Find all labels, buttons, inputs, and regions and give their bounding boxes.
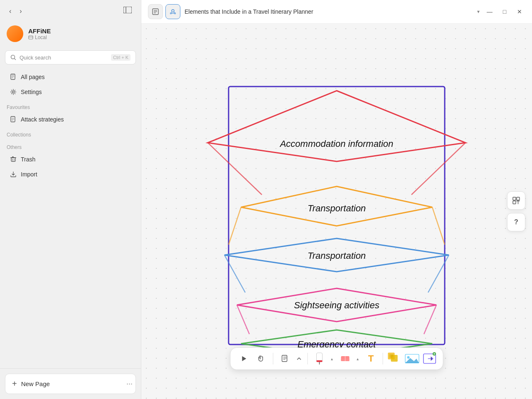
settings-icon [10,89,17,95]
title-chevron-icon[interactable]: ▾ [477,9,480,15]
new-page-button[interactable]: + New Page [5,374,136,394]
sidebar: ‹ › AFFiNE Local [0,0,141,399]
search-shortcut: Ctrl + K [111,54,131,61]
page-tool-button[interactable] [278,351,293,366]
template-tool-button[interactable] [422,351,437,366]
import-label: Import [21,171,37,178]
import-icon [10,171,17,178]
document-title: Elements that Include in a Travel Itiner… [185,8,473,15]
sidebar-more-button[interactable]: ··· [126,379,133,388]
window-controls: — □ ✕ [484,6,525,17]
svg-rect-74 [513,201,516,204]
toolbar-separator-1 [273,353,273,364]
user-workspace: Local [28,35,51,40]
svg-rect-9 [12,77,13,78]
svg-line-28 [174,12,175,13]
svg-marker-30 [208,91,466,161]
minimize-button[interactable]: — [484,6,495,17]
svg-marker-49 [242,356,246,361]
doc-mode-button[interactable] [148,4,163,19]
svg-line-32 [208,143,262,195]
grid-icon [512,196,520,205]
new-page-plus-icon: + [12,379,17,389]
bottom-toolbar: ▴ ▴ T [230,347,443,370]
grid-button[interactable] [507,191,525,210]
search-placeholder: Quick search [20,55,108,61]
all-pages-icon [10,74,17,80]
settings-label: Settings [21,89,42,95]
text-tool-label: T [368,353,374,364]
search-icon [10,55,16,60]
sticker-tool-button[interactable] [387,351,402,366]
toolbar-separator-2 [308,353,308,364]
help-button[interactable]: ? [507,213,525,231]
template-icon [422,351,437,366]
expand-button[interactable] [295,351,303,366]
svg-point-66 [407,356,410,359]
sidebar-item-attack-strategies[interactable]: Attack strategies [3,112,138,126]
canvas-area[interactable]: Accommodation information Transportation… [141,24,532,399]
maximize-button[interactable]: □ [499,6,510,17]
eraser-tool-group: ▴ [338,351,361,366]
pen-icon [315,352,324,365]
trash-label: Trash [21,156,35,163]
page-icon [281,354,289,363]
collab-mode-button[interactable] [165,4,180,19]
attack-strategies-label: Attack strategies [21,116,64,123]
expand-icon [297,356,302,361]
favourites-section-label: Favourites [0,99,141,112]
hand-icon [257,354,266,363]
pen-tool-caret[interactable]: ▴ [329,351,335,366]
sidebar-item-settings[interactable]: Settings [3,85,138,99]
help-icon: ? [514,218,518,226]
close-button[interactable]: ✕ [514,6,525,17]
svg-line-37 [432,207,445,245]
new-page-label: New Page [21,380,50,387]
svg-point-23 [172,10,174,12]
all-pages-label: All pages [21,74,45,80]
play-icon [240,354,248,363]
collab-mode-icon [169,8,177,15]
pen-tool-group: ▴ [312,351,335,366]
hand-tool-button[interactable] [254,351,269,366]
sidebar-item-import[interactable]: Import [3,167,138,181]
svg-rect-55 [317,360,323,362]
svg-line-44 [237,305,249,334]
svg-line-41 [428,255,449,292]
play-button[interactable] [236,351,251,366]
eraser-tool-caret[interactable]: ▴ [355,351,361,366]
nav-arrows: ‹ › [7,6,25,17]
sidebar-header: ‹ › [0,0,141,22]
title-bar: Elements that Include in a Travel Itiner… [141,0,532,24]
pen-tool-button[interactable] [312,351,327,366]
doc-mode-icon [152,8,159,15]
sticker-icon [387,351,402,366]
main-content: Elements that Include in a Travel Itiner… [141,0,532,399]
text-tool-button[interactable]: T [364,351,379,366]
svg-rect-73 [517,197,520,200]
svg-text:Transportation: Transportation [308,203,366,213]
right-panel: ? [507,191,525,231]
svg-rect-7 [12,75,14,76]
sidebar-item-trash[interactable]: Trash [3,152,138,166]
svg-line-27 [171,12,172,13]
user-name: AFFiNE [28,27,51,35]
eraser-icon [340,353,351,364]
svg-rect-15 [11,158,15,161]
svg-text:Accommodation information: Accommodation information [279,139,394,149]
svg-line-33 [411,143,466,195]
sidebar-item-all-pages[interactable]: All pages [3,70,138,84]
forward-button[interactable]: › [17,6,24,17]
search-bar[interactable]: Quick search Ctrl + K [5,50,136,64]
eraser-tool-button[interactable] [338,351,353,366]
svg-line-45 [424,305,436,334]
avatar [7,25,23,42]
image-tool-button[interactable] [405,351,420,366]
others-section-label: Others [0,139,141,152]
back-button[interactable]: ‹ [7,6,14,17]
svg-point-10 [12,91,15,93]
collections-section-label: Collections [0,127,141,139]
sidebar-toggle-button[interactable] [121,5,134,17]
svg-line-5 [15,59,16,60]
svg-line-36 [229,207,241,245]
